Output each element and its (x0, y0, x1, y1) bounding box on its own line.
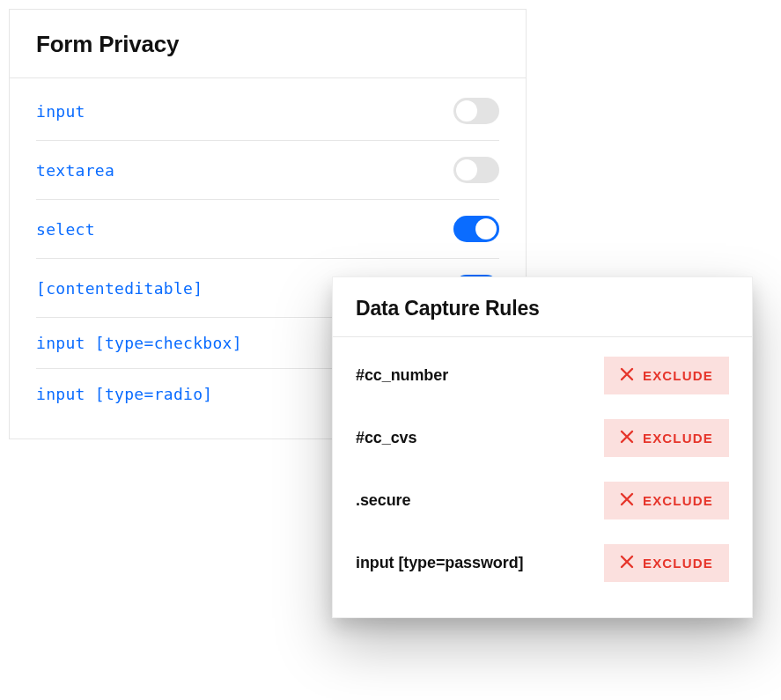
privacy-selector: textarea (36, 161, 114, 180)
exclude-label: EXCLUDE (643, 431, 713, 446)
exclude-button[interactable]: EXCLUDE (604, 482, 729, 519)
form-privacy-header: Form Privacy (10, 10, 526, 78)
privacy-selector: input [type=radio] (36, 385, 212, 403)
privacy-selector: select (36, 220, 95, 239)
privacy-toggle[interactable] (453, 216, 499, 242)
privacy-selector: input (36, 102, 85, 121)
rule-selector: input [type=password] (356, 554, 523, 572)
rule-selector: #cc_cvs (356, 429, 416, 447)
form-privacy-title: Form Privacy (36, 31, 499, 58)
privacy-selector: [contenteditable] (36, 279, 203, 298)
rule-row: input [type=password] EXCLUDE (356, 532, 729, 594)
rules-title: Data Capture Rules (356, 297, 729, 321)
rule-selector: #cc_number (356, 366, 448, 385)
exclude-button[interactable]: EXCLUDE (604, 419, 729, 457)
exclude-label: EXCLUDE (643, 556, 713, 571)
privacy-row: textarea (36, 141, 499, 200)
rules-list: #cc_number EXCLUDE #cc_cvs EXCLUDE (333, 337, 752, 594)
privacy-row: select (36, 200, 499, 259)
privacy-toggle[interactable] (453, 157, 499, 183)
exclude-label: EXCLUDE (643, 368, 713, 383)
privacy-row: input (36, 82, 499, 141)
rule-row: .secure EXCLUDE (356, 469, 729, 532)
data-capture-rules-card: Data Capture Rules #cc_number EXCLUDE #c… (332, 276, 753, 618)
rules-header: Data Capture Rules (333, 277, 752, 337)
close-icon (620, 492, 634, 509)
close-icon (620, 430, 634, 446)
privacy-toggle[interactable] (453, 98, 499, 124)
close-icon (620, 367, 634, 384)
rule-row: #cc_number EXCLUDE (356, 344, 729, 407)
privacy-selector: input [type=checkbox] (36, 334, 242, 352)
rule-row: #cc_cvs EXCLUDE (356, 407, 729, 469)
close-icon (620, 555, 634, 571)
exclude-button[interactable]: EXCLUDE (604, 357, 729, 394)
exclude-label: EXCLUDE (643, 493, 713, 508)
rule-selector: .secure (356, 491, 410, 510)
exclude-button[interactable]: EXCLUDE (604, 544, 729, 582)
